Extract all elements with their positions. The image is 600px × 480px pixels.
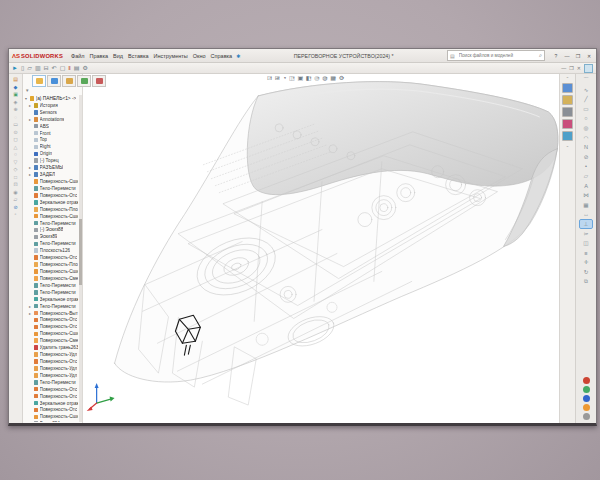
scroll-down-icon[interactable]: ⌄	[566, 143, 569, 148]
pattern-tool-icon[interactable]: ▦	[580, 201, 592, 209]
tree-item[interactable]: Поверхность-Отс	[24, 317, 78, 324]
propertymanager-tab[interactable]	[47, 75, 61, 87]
appearance-sphere-icon[interactable]	[583, 395, 590, 402]
rebuild-button[interactable]: ‖	[68, 65, 70, 71]
trim-entities-tool-icon[interactable]: ✂	[580, 230, 592, 238]
tree-item[interactable]: Поверхность-Сши	[24, 330, 78, 337]
tree-item[interactable]: Тело-Перемести	[24, 379, 78, 386]
arc-tool-icon[interactable]: ⌒	[580, 76, 592, 84]
tree-item[interactable]: Поверхность-Отс	[24, 406, 78, 413]
menu-item[interactable]: Справка	[211, 53, 233, 59]
tree-item[interactable]: Sensors	[24, 109, 78, 116]
perimeter-circle-tool-icon[interactable]: ◎	[580, 124, 592, 132]
mirror-entities-tool-icon[interactable]: ⋈	[580, 191, 592, 199]
circle-tool-icon[interactable]: ○	[580, 114, 592, 122]
tree-item[interactable]: Поверхность-Сши	[24, 178, 78, 185]
style-spline-tool-icon[interactable]: N	[580, 143, 592, 151]
left-tool-icon[interactable]: ◈	[14, 100, 18, 105]
expand-arrow-icon[interactable]: ▾	[25, 96, 28, 101]
tree-item[interactable]: (-) Эскиз88	[24, 227, 78, 234]
chevron-down-icon[interactable]: ▾	[301, 76, 303, 80]
offset-entities-tool-icon[interactable]: ≡	[580, 249, 592, 257]
point-tool-icon[interactable]: •	[580, 162, 592, 170]
displaymanager-tab[interactable]	[92, 75, 106, 87]
tree-item[interactable]: ▸ Тело-Перемести	[24, 303, 78, 310]
left-tool-icon[interactable]: ▽	[14, 160, 18, 165]
left-tool-icon[interactable]: ⊕	[13, 107, 17, 112]
rectangle-tool-icon[interactable]: ▭	[580, 105, 592, 113]
3d-model[interactable]	[83, 74, 559, 423]
appearance-sphere-icon[interactable]	[583, 386, 590, 393]
menu-item[interactable]: Вставка	[128, 53, 148, 59]
menu-pin-icon[interactable]: ✱	[236, 53, 240, 59]
tree-item[interactable]: Тело-Перемести	[24, 282, 78, 289]
expand-arrow-icon[interactable]: ▸	[29, 311, 32, 316]
chevron-down-icon[interactable]: ▾	[310, 76, 312, 80]
tree-item[interactable]: Поверхность-Пло	[24, 206, 78, 213]
chevron-down-icon[interactable]: ▾	[278, 76, 280, 80]
appearance-sphere-icon[interactable]	[583, 377, 590, 384]
undo-button[interactable]: ↶	[52, 65, 57, 71]
tree-item[interactable]: Поверхность-Отс	[24, 358, 78, 365]
appearance-sphere-icon[interactable]	[583, 413, 590, 420]
save-button[interactable]: ▥	[35, 65, 41, 71]
tree-item[interactable]: ▸ Поверхность-Выт	[24, 310, 78, 317]
left-tool-icon[interactable]: ◇	[14, 167, 18, 172]
featuremanager-tab[interactable]	[32, 75, 46, 87]
tree-scrollbar-thumb[interactable]	[79, 219, 82, 284]
graphics-viewport[interactable]: ⊡ ▾ ⊞ ▾ ◔ ▾ ◫ ▾ ▣ ▾ ◧ ▾ ◎	[83, 74, 559, 423]
tree-item[interactable]: Удалить грань263	[24, 344, 78, 351]
file-explorer-tab[interactable]	[562, 107, 573, 117]
tree-item[interactable]: Эскиз89	[24, 233, 78, 240]
appearances-scenes-tab[interactable]	[562, 119, 573, 129]
design-library-tab[interactable]	[562, 95, 573, 105]
tree-item[interactable]: ▸ Annotations	[24, 116, 78, 123]
tree-item[interactable]: ▸ История	[24, 102, 78, 109]
chevron-down-icon[interactable]: ▾	[318, 76, 320, 80]
tree-item[interactable]: Поверхность-Сши	[24, 413, 78, 420]
filter-icon[interactable]: ▼	[25, 88, 29, 93]
tree-item[interactable]: Поверхность-Сши	[24, 213, 78, 220]
search-icon[interactable]: ⌕	[539, 52, 542, 59]
tree-item[interactable]: Поверхность-Отс	[24, 192, 78, 199]
new-file-button[interactable]: ▯	[21, 65, 24, 71]
print-button[interactable]: ⊟	[44, 65, 49, 71]
appearance-sphere-icon[interactable]	[583, 404, 590, 411]
task-pane-pin-icon[interactable]	[584, 64, 593, 73]
help-button[interactable]: ?	[552, 53, 560, 59]
mate-button[interactable]: ◆	[14, 85, 18, 90]
ellipse-tool-icon[interactable]: ⊘	[580, 153, 592, 161]
tree-item[interactable]: Поверхность-Отс	[24, 386, 78, 393]
menu-item[interactable]: Файл	[71, 53, 85, 59]
text-tool-icon[interactable]: A	[580, 182, 592, 190]
configurationmanager-tab[interactable]	[62, 75, 76, 87]
left-tool-icon[interactable]: ▫	[15, 212, 17, 217]
tree-item[interactable]: Тело-Перемести	[24, 289, 78, 296]
plane-tool-icon[interactable]: ▱	[580, 172, 592, 180]
chevron-down-icon[interactable]: ▾	[293, 76, 295, 80]
doc-restore-button[interactable]: ❐	[569, 66, 573, 71]
search-input[interactable]	[457, 52, 537, 59]
tree-item[interactable]: Origin	[24, 150, 78, 157]
chevron-down-icon[interactable]: ▾	[270, 76, 272, 80]
tree-item[interactable]: Поверхность-Отс	[24, 323, 78, 330]
maximize-button[interactable]: ❐	[574, 53, 582, 59]
spline-tool-icon[interactable]: ∿	[580, 86, 592, 94]
tree-item[interactable]: ▸ ЗАДЕЛ	[24, 171, 78, 178]
chevron-down-icon[interactable]: ▾	[342, 76, 344, 80]
tree-item[interactable]: ▸ РАЗЪЕМЫ	[24, 164, 78, 171]
dimension-tool-icon[interactable]: ↔	[580, 210, 592, 218]
component-pattern-button[interactable]: ▣	[13, 92, 18, 97]
menu-item[interactable]: Окно	[193, 53, 206, 59]
dimxpertmanager-tab[interactable]	[77, 75, 91, 87]
tree-item[interactable]: Front	[24, 130, 78, 137]
tree-item[interactable]: (-) Торец	[24, 157, 78, 164]
tree-root-item[interactable]: ▾ (а) ПАНЕЛЬ<1> ->	[24, 95, 78, 102]
tree-item[interactable]: Поверхность-Сши	[24, 268, 78, 275]
tree-item[interactable]: Зеркальное отраж	[24, 400, 78, 407]
search-scope-icon[interactable]: ▤	[450, 53, 455, 59]
tree-item[interactable]: Поверхность-Сме	[24, 275, 78, 282]
tree-item[interactable]: Поверхность-Удл	[24, 365, 78, 372]
tree-item[interactable]: Top	[24, 137, 78, 144]
convert-entities-tool-icon[interactable]: ◫	[580, 239, 592, 247]
